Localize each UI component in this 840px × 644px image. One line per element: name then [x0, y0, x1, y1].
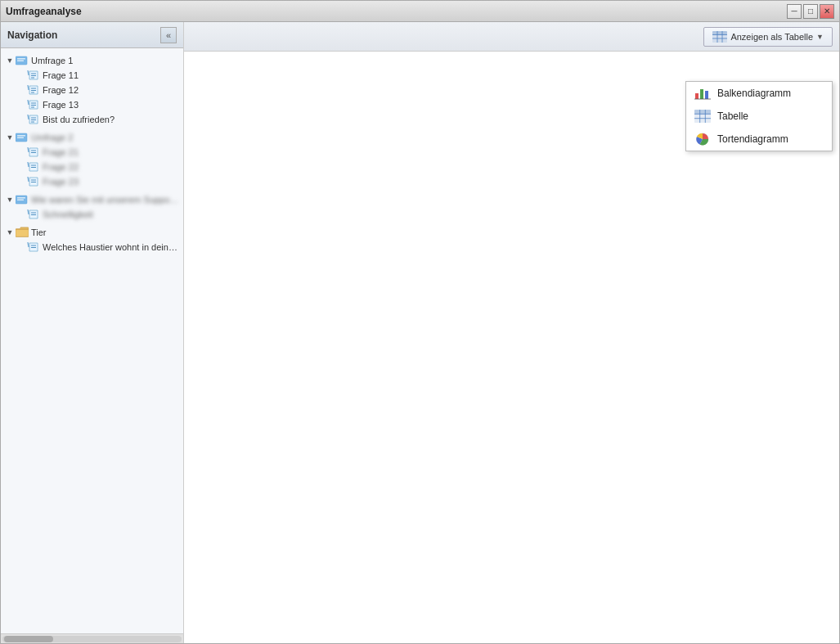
question-icon-frage11: [27, 70, 40, 80]
survey-icon-umfrage1: [16, 56, 29, 65]
navigation-label: Navigation: [7, 29, 57, 41]
tree-row-frage12[interactable]: Frage 12: [1, 83, 183, 97]
node-label-schnelligkeit: Schnelligkeit: [43, 209, 93, 219]
node-label-frage23: Frage 23: [43, 177, 79, 187]
question-icon-frage22: [27, 162, 40, 172]
folder-icon-tier: [16, 227, 29, 237]
table-icon: [712, 31, 727, 43]
node-label-bist-du: Bist du zufrieden?: [43, 115, 115, 124]
sidebar: Navigation « ▼: [1, 22, 184, 643]
svg-rect-2: [17, 61, 24, 62]
node-label-frage12: Frage 12: [43, 85, 79, 95]
node-label-frage21: Frage 21: [43, 147, 79, 157]
main-area: Navigation « ▼: [1, 22, 839, 643]
svg-rect-16: [17, 135, 25, 137]
pie-chart-icon: [694, 133, 711, 146]
survey-icon-umfrage2: [16, 133, 29, 142]
tree-row-frage21[interactable]: Frage 21: [1, 145, 183, 160]
toolbar: Anzeigen als Tabelle ▼: [184, 22, 839, 52]
tree-node-umfrage2: ▼ Umfrage 2: [1, 128, 183, 191]
tree-container: ▼ Umfrage 1: [1, 48, 183, 633]
question-icon-haustier: [27, 242, 40, 252]
svg-rect-25: [17, 197, 25, 199]
dropdown-label-tortendiagramm: Tortendiagramm: [717, 133, 788, 145]
tree-row-bist-du[interactable]: Bist du zufrieden?: [1, 112, 183, 127]
node-label-umfrage2: Umfrage 2: [31, 133, 73, 142]
tree-node-umfrage1: ▼ Umfrage 1: [1, 52, 183, 128]
question-icon-frage21: [27, 147, 40, 157]
svg-rect-40: [705, 91, 708, 99]
tree-row-schnelligkeit[interactable]: Schnelligkeit: [1, 207, 183, 222]
view-dropdown-menu: Balkendiagramm: [685, 81, 833, 151]
dropdown-label-balkendiagramm: Balkendiagramm: [717, 88, 791, 99]
node-label-umfrage1: Umfrage 1: [31, 56, 73, 65]
node-label-tier: Tier: [31, 227, 47, 237]
scrollbar-track: [2, 636, 182, 642]
window-title: Umfrageanalyse: [6, 6, 82, 17]
view-button-label: Anzeigen als Tabelle: [730, 32, 813, 42]
node-label-frage22: Frage 22: [43, 162, 79, 172]
question-icon-frage12: [27, 85, 40, 95]
svg-rect-29: [16, 229, 29, 236]
survey-icon-wie-waren: [16, 195, 29, 205]
tree-row-tier[interactable]: ▼ Tier: [1, 225, 183, 240]
window-controls: ─ □ ✕: [787, 4, 834, 19]
bar-chart-icon: [694, 87, 711, 100]
tree-row-frage13[interactable]: Frage 13: [1, 97, 183, 112]
svg-rect-37: [712, 31, 727, 35]
svg-rect-39: [700, 89, 703, 99]
expand-icon-umfrage1: ▼: [4, 55, 16, 66]
svg-rect-47: [694, 110, 711, 114]
tree-row-frage23[interactable]: Frage 23: [1, 174, 183, 189]
tree-row-umfrage1[interactable]: ▼ Umfrage 1: [1, 53, 183, 68]
content-main: Balkendiagramm: [184, 52, 839, 643]
question-icon-schnelligkeit: [27, 209, 40, 219]
dropdown-item-tabelle[interactable]: Tabelle: [686, 105, 832, 128]
sidebar-scrollbar[interactable]: [1, 633, 183, 643]
expand-icon-tier: ▼: [4, 227, 16, 238]
tree-node-tier: ▼ Tier: [1, 223, 183, 256]
expand-icon-wie-waren: ▼: [4, 194, 16, 205]
view-as-table-button[interactable]: Anzeigen als Tabelle ▼: [703, 27, 833, 47]
scrollbar-thumb[interactable]: [4, 636, 53, 642]
question-icon-bist-du: [27, 115, 40, 124]
main-window: Umfrageanalyse ─ □ ✕ Navigation « ▼: [0, 0, 840, 644]
dropdown-item-balkendiagramm[interactable]: Balkendiagramm: [686, 82, 832, 105]
sidebar-header: Navigation «: [1, 22, 183, 48]
svg-rect-26: [17, 200, 24, 201]
sidebar-collapse-button[interactable]: «: [160, 27, 177, 43]
minimize-button[interactable]: ─: [787, 4, 802, 19]
dropdown-table-icon: [694, 110, 711, 123]
tree-node-wie-waren: ▼ Wie waren Sie mit unserem Support d...: [1, 191, 183, 223]
question-icon-frage23: [27, 177, 40, 187]
question-icon-frage13: [27, 100, 40, 110]
node-label-frage13: Frage 13: [43, 100, 79, 110]
node-label-wie-waren: Wie waren Sie mit unserem Support d...: [31, 195, 180, 205]
svg-rect-17: [17, 137, 24, 139]
svg-rect-38: [695, 93, 699, 99]
dropdown-label-tabelle: Tabelle: [717, 110, 748, 122]
tree-row-frage11[interactable]: Frage 11: [1, 68, 183, 83]
node-label-frage11: Frage 11: [43, 70, 79, 80]
tree-row-wie-waren[interactable]: ▼ Wie waren Sie mit unserem Support d...: [1, 192, 183, 207]
content-area: Anzeigen als Tabelle ▼: [184, 22, 839, 643]
restore-button[interactable]: □: [803, 4, 818, 19]
collapse-icon: «: [166, 30, 171, 40]
title-bar: Umfrageanalyse ─ □ ✕: [1, 1, 839, 22]
tree-row-frage22[interactable]: Frage 22: [1, 160, 183, 174]
dropdown-arrow-icon: ▼: [816, 33, 824, 41]
tree-row-haustier[interactable]: Welches Haustier wohnt in deinem...: [1, 240, 183, 254]
dropdown-item-tortendiagramm[interactable]: Tortendiagramm: [686, 128, 832, 151]
node-label-haustier: Welches Haustier wohnt in deinem...: [43, 242, 180, 252]
expand-icon-umfrage2: ▼: [4, 132, 16, 143]
close-button[interactable]: ✕: [820, 4, 834, 19]
svg-rect-1: [17, 58, 25, 60]
tree-row-umfrage2[interactable]: ▼ Umfrage 2: [1, 130, 183, 145]
